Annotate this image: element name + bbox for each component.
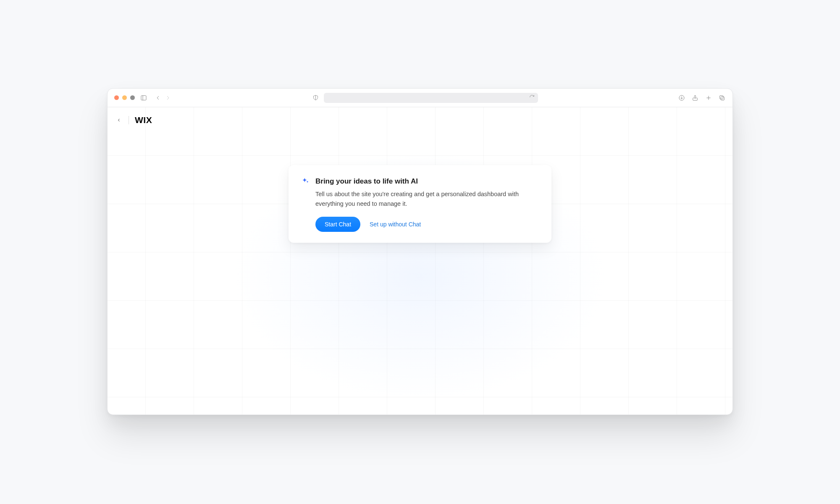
svg-rect-9 [720,95,723,99]
download-icon[interactable] [678,94,685,102]
forward-icon[interactable] [164,94,172,102]
card-actions: Start Chat Set up without Chat [315,217,538,232]
brand-logo: WIX [135,115,152,125]
window-controls [114,95,135,100]
top-bar: WIX [108,107,732,133]
page-content: WIX Bring your ideas to life with AI Tel… [108,107,732,415]
card-header: Bring your ideas to life with AI [301,177,538,186]
refresh-icon[interactable] [529,94,535,102]
card-description: Tell us about the site you're creating a… [315,189,538,208]
window-minimize-button[interactable] [122,95,127,100]
ai-prompt-card: Bring your ideas to life with AI Tell us… [289,165,551,243]
shield-icon[interactable] [312,94,320,102]
stage: WIX Bring your ideas to life with AI Tel… [0,0,840,504]
plus-icon[interactable] [705,94,712,102]
browser-window: WIX Bring your ideas to life with AI Tel… [107,88,733,415]
page-back-icon[interactable] [115,116,123,124]
back-icon[interactable] [154,94,162,102]
sidebar-icon[interactable] [140,94,147,102]
svg-rect-0 [141,95,146,100]
svg-rect-8 [721,97,724,100]
setup-without-chat-link[interactable]: Set up without Chat [370,221,421,228]
share-icon[interactable] [691,94,699,102]
window-zoom-button[interactable] [130,95,135,100]
address-bar[interactable] [324,93,538,103]
address-area [177,93,673,103]
sparkle-icon [301,177,310,186]
chrome-right-icons [678,94,726,102]
window-close-button[interactable] [114,95,119,100]
nav-arrows [154,94,172,102]
copy-icon[interactable] [718,94,726,102]
separator [129,116,129,124]
browser-chrome [108,89,732,107]
card-title: Bring your ideas to life with AI [315,177,418,186]
start-chat-button[interactable]: Start Chat [315,217,360,232]
grid-background [108,107,732,415]
